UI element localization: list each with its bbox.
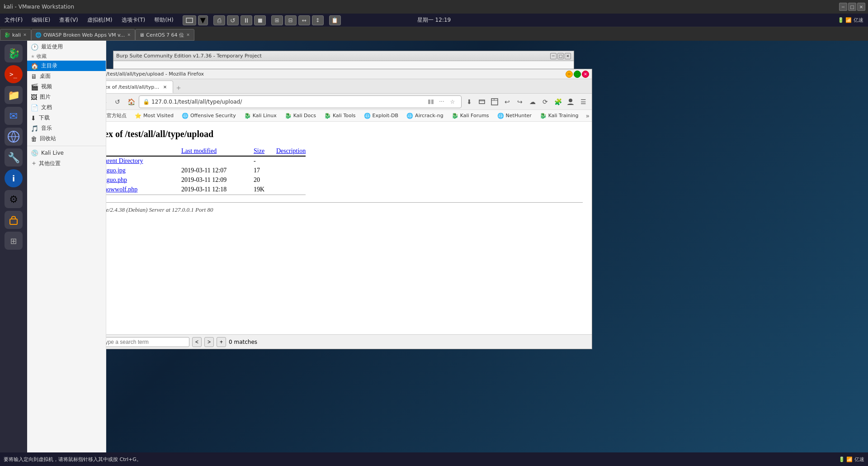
ff-tab-close[interactable]: ✕ bbox=[162, 84, 168, 90]
burp-close[interactable]: ✕ bbox=[565, 53, 571, 59]
vmware-close-btn[interactable]: ✕ bbox=[857, 3, 865, 11]
ff-close-btn[interactable]: ✕ bbox=[582, 71, 589, 78]
kali-menu-file[interactable]: 文件(F) bbox=[0, 14, 27, 27]
vm-tab-kali[interactable]: 🐉 kali ✕ bbox=[0, 29, 31, 41]
vm-toolbar-icon1[interactable] bbox=[183, 15, 196, 25]
burp-maximize[interactable]: □ bbox=[557, 53, 564, 59]
ff-bookmark-kalidocs[interactable]: 🐉 Kali Docs bbox=[281, 111, 320, 121]
ff-find-prev-btn[interactable]: < bbox=[192, 337, 202, 347]
ff-find-input[interactable] bbox=[99, 337, 189, 347]
ff-find-next-btn[interactable]: > bbox=[204, 337, 214, 347]
vm-tab-owasp-close[interactable]: ✕ bbox=[127, 33, 131, 37]
vm-toolbar-icon7[interactable]: ⊞ bbox=[271, 15, 283, 25]
fm-pictures[interactable]: 🖼 图片 bbox=[27, 92, 106, 102]
ff-more-btn[interactable]: ··· bbox=[437, 97, 447, 107]
vm-toolbar-icon2[interactable]: ▼ bbox=[198, 15, 208, 25]
ff-reload-btn[interactable]: ↺ bbox=[112, 96, 123, 108]
fm-documents[interactable]: 📄 文档 bbox=[27, 102, 106, 113]
fm-downloads[interactable]: ⬇ 下载 bbox=[27, 113, 106, 123]
vm-toolbar-icon10[interactable]: ↕ bbox=[312, 15, 324, 25]
ff-bookmark-mostvisited[interactable]: ⭐ Most Visited bbox=[131, 111, 177, 121]
fm-desktop[interactable]: 🖥 桌面 bbox=[27, 71, 106, 81]
ff-bookmarks-bar: 🦊 火狐官方站点 ⭐ Most Visited 🌐 Offensive Secu… bbox=[82, 110, 592, 122]
vm-toolbar-icon11[interactable]: 📋 bbox=[329, 15, 341, 25]
ff-bookmark-offensive[interactable]: 🌐 Offensive Security bbox=[178, 111, 240, 121]
ff-bookmark-more-btn[interactable]: » bbox=[584, 112, 592, 119]
ff-home-btn[interactable]: 🏠 bbox=[125, 96, 137, 108]
dock-files[interactable]: 📁 bbox=[5, 86, 23, 104]
bottom-tray-icons: 🔋 📶 亿速 bbox=[839, 456, 864, 463]
fm-other-places[interactable]: ＋ 其他位置 bbox=[27, 158, 106, 169]
ff-user-btn[interactable] bbox=[565, 96, 576, 108]
dock-pentest[interactable]: 🔧 bbox=[5, 148, 23, 166]
burp-title: Burp Suite Community Edition v1.7.36 - T… bbox=[116, 53, 262, 59]
ff-bookmark-aircrack[interactable]: 🌐 Aircrack-ng bbox=[403, 111, 447, 121]
kali-menu-view[interactable]: 查看(V) bbox=[55, 14, 83, 27]
ff-menu-btn[interactable]: ☰ bbox=[577, 96, 589, 108]
vm-tab-kali-close[interactable]: ✕ bbox=[23, 33, 27, 37]
fm-music[interactable]: 🎵 音乐 bbox=[27, 123, 106, 133]
kali-menu-help[interactable]: 帮助(H) bbox=[150, 14, 178, 27]
dock-vpn[interactable] bbox=[5, 211, 23, 229]
ff-sync-back-btn[interactable]: ↩ bbox=[501, 96, 513, 108]
vm-toolbar-icon8[interactable]: ⊟ bbox=[285, 15, 297, 25]
ff-bookmark-exploitdb[interactable]: 🌐 Exploit-DB bbox=[360, 111, 402, 121]
dock-terminal[interactable]: >_ bbox=[5, 65, 23, 83]
snowwolf-php-link[interactable]: snowwolf.php bbox=[102, 186, 138, 193]
ff-zoom-btn[interactable] bbox=[476, 96, 488, 108]
col-description[interactable]: Description bbox=[276, 147, 306, 156]
vmware-maximize-btn[interactable]: □ bbox=[848, 3, 856, 11]
burp-minimize[interactable]: ─ bbox=[550, 53, 557, 59]
vm-toolbar-icon4[interactable]: ↺ bbox=[227, 15, 239, 25]
ff-bookmark-nethunter[interactable]: 🌐 NetHunter bbox=[494, 111, 535, 121]
dock-network[interactable] bbox=[5, 128, 23, 146]
ff-new-tab-btn[interactable]: ＋ bbox=[173, 82, 184, 93]
vm-toolbar-icon9[interactable]: ↔ bbox=[298, 15, 310, 25]
ff-find-highlight-btn[interactable]: + bbox=[217, 337, 226, 347]
ff-sync-forward-btn[interactable]: ↪ bbox=[514, 96, 526, 108]
kali-menu-tab[interactable]: 选项卡(T) bbox=[117, 14, 150, 27]
fm-bookmarks-section[interactable]: ★ 收藏 bbox=[27, 52, 106, 61]
ff-tab-manage-btn[interactable] bbox=[489, 96, 500, 108]
vmware-minimize-btn[interactable]: ─ bbox=[839, 3, 847, 11]
fm-desktop-label: 桌面 bbox=[40, 72, 51, 80]
vm-tab-centos-close[interactable]: ✕ bbox=[186, 33, 190, 37]
dock-mail[interactable]: ✉ bbox=[5, 107, 23, 125]
fm-recent[interactable]: 🕐 最近使用 bbox=[27, 42, 106, 52]
vm-toolbar-icon5[interactable]: ⏸ bbox=[241, 15, 252, 25]
vm-tab-owasp[interactable]: 🌐 OWASP Broken Web Apps VM v... ✕ bbox=[31, 29, 135, 41]
vm-tab-centos[interactable]: 🖥 CentOS 7 64 位 ✕ bbox=[135, 29, 194, 41]
vm-toolbar-icon3[interactable]: ⎙ bbox=[213, 15, 225, 25]
fm-pictures-icon: 🖼 bbox=[31, 94, 37, 101]
ff-cloud-btn[interactable]: ☁ bbox=[527, 96, 538, 108]
dock-apps-grid[interactable]: ⊞ bbox=[5, 232, 23, 250]
col-size[interactable]: Size bbox=[254, 147, 276, 156]
ff-download-btn[interactable]: ⬇ bbox=[463, 96, 475, 108]
ff-url-bar[interactable]: 🔒 127.0.0.1/test/all/all/type/upload/ ··… bbox=[139, 95, 462, 108]
dock-kali-logo[interactable]: 🐉 bbox=[5, 44, 23, 62]
ff-bookmark-kalitools-label: Kali Tools bbox=[333, 113, 355, 119]
ff-star-btn[interactable]: ☆ bbox=[448, 97, 458, 107]
dock-settings[interactable]: ⚙ bbox=[5, 190, 23, 208]
ff-refresh2-btn[interactable]: ⟳ bbox=[539, 96, 551, 108]
luguo-jpg-desc bbox=[276, 166, 306, 176]
ff-bookmark-kalitraining[interactable]: 🐉 Kali Training bbox=[536, 111, 582, 121]
ff-extension-btn[interactable]: 🧩 bbox=[552, 96, 564, 108]
ff-bookmark-kaliforums[interactable]: 🐉 Kali Forums bbox=[448, 111, 493, 121]
vm-toolbar-icon6[interactable]: ⏹ bbox=[254, 15, 266, 25]
ff-reader-mode-btn[interactable] bbox=[426, 97, 436, 107]
col-lastmod[interactable]: Last modified bbox=[181, 147, 254, 156]
parent-dir-link[interactable]: Parent Directory bbox=[101, 157, 143, 164]
ff-bookmark-kalitools[interactable]: 🐉 Kali Tools bbox=[321, 111, 359, 121]
fm-kali-live[interactable]: 💿 Kali Live bbox=[27, 148, 106, 158]
ff-maximize-btn[interactable]: □ bbox=[574, 71, 581, 78]
ff-minimize-btn[interactable]: ─ bbox=[566, 71, 573, 78]
dock-info[interactable]: i bbox=[5, 169, 23, 187]
fm-video[interactable]: 🎬 视频 bbox=[27, 81, 106, 92]
kali-menu-edit[interactable]: 编辑(E) bbox=[27, 14, 55, 27]
fm-trash[interactable]: 🗑 回收站 bbox=[27, 133, 106, 144]
ff-bookmark-kalilinux[interactable]: 🐉 Kali Linux bbox=[241, 111, 280, 121]
vm-tab-owasp-label: OWASP Broken Web Apps VM v... bbox=[43, 32, 125, 38]
kali-menu-vm[interactable]: 虚拟机(M) bbox=[83, 14, 117, 27]
fm-home[interactable]: 🏠 主目录 bbox=[27, 61, 106, 71]
